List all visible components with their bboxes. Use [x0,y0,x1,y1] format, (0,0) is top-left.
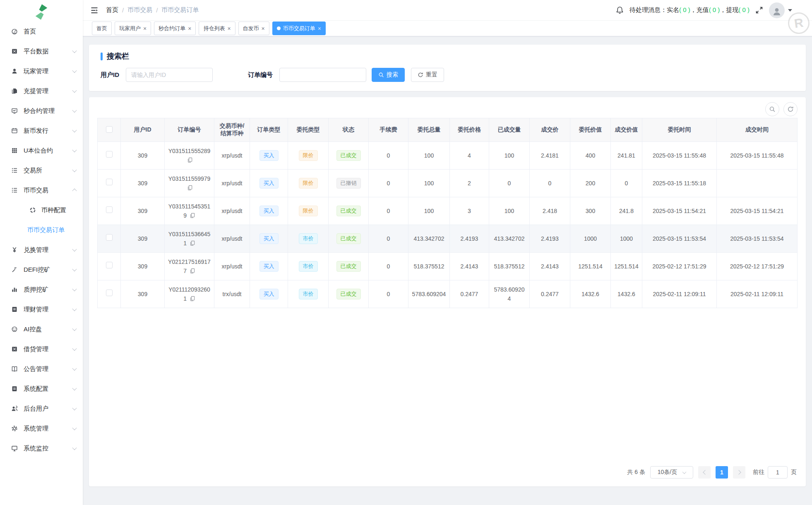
sidebar-item-7[interactable]: 交易所 [0,160,83,180]
copy-icon[interactable] [190,213,195,218]
user-id-input[interactable] [126,68,213,82]
orders-table: 用户ID订单编号交易币种/结算币种订单类型委托类型状态手续费委托总量委托价格已成… [97,118,798,308]
tab-1[interactable]: 玩家用户× [115,22,151,35]
search-button[interactable]: 搜索 [372,68,405,82]
table-refresh-icon[interactable] [783,102,798,116]
row-checkbox[interactable] [106,151,113,158]
cell-fee: 0 [369,197,408,225]
title-accent-bar [101,53,103,60]
sidebar-item-10[interactable]: DEFI挖矿 [0,260,83,280]
copy-icon[interactable] [187,157,193,163]
row-checkbox[interactable] [106,234,113,241]
table-row: 309Y0212175169177 xrp/usdt买入市价已成交0518.37… [98,253,798,280]
chevron-down-icon [72,326,77,331]
table-search-icon[interactable] [765,102,779,116]
column-header: 委托总量 [408,118,450,142]
row-checkbox[interactable] [106,179,113,185]
next-page-button[interactable] [733,466,745,479]
tab-close-icon[interactable]: × [143,26,147,31]
entrust-type-tag: 市价 [299,289,318,299]
tab-0[interactable]: 首页 [92,22,112,35]
tab-label: 持仓列表 [203,22,225,35]
sidebar-item-16[interactable]: 系统配置 [0,379,83,399]
column-header: 委托时间 [642,118,717,142]
sidebar-subitem-8-1[interactable]: 币币交易订单 [0,220,83,240]
cell-entrust-value: 1000 [570,225,611,253]
row-checkbox[interactable] [106,290,113,296]
chevron-up-icon [72,189,77,193]
sidebar-subitem-8-0[interactable]: 币种配置 [0,200,83,220]
sidebar-item-19[interactable]: 系统监控 [0,438,83,458]
select-all-checkbox[interactable] [106,126,113,133]
breadcrumb-item-0[interactable]: 首页 [106,6,118,14]
tab-close-icon[interactable]: × [188,26,191,31]
cell-status: 已成交 [329,197,369,225]
row-checkbox[interactable] [106,206,113,213]
cell-user-id: 309 [121,253,165,280]
tab-label: 秒合约订单 [159,22,185,35]
goto-page-input[interactable] [768,466,788,479]
fullscreen-icon[interactable] [755,6,763,14]
tab-2[interactable]: 秒合约订单× [154,22,196,35]
sidebar-item-14[interactable]: 借贷管理 [0,339,83,359]
tab-close-icon[interactable]: × [262,26,265,31]
cell-order-type: 买入 [250,280,288,308]
tab-close-icon[interactable]: × [227,26,231,31]
app-logo[interactable] [0,0,83,21]
cell-deal-value: 241.8 [611,197,642,225]
tab-4[interactable]: 自发币× [238,22,269,35]
pending-count: ( 0 ) [709,6,720,13]
system-manage-icon [11,425,18,432]
tab-5[interactable]: 币币交易订单× [272,22,326,35]
tab-close-icon[interactable]: × [318,26,321,31]
chevron-down-icon [72,306,77,311]
sidebar-item-12[interactable]: 理财管理 [0,299,83,319]
sidebar-item-4[interactable]: 秒合约管理 [0,101,83,121]
sidebar-item-8[interactable]: 币币交易 [0,180,83,200]
sidebar-item-15[interactable]: 公告管理 [0,359,83,379]
order-no-input[interactable] [279,68,366,82]
cell-entrust-type: 限价 [288,170,329,197]
row-checkbox[interactable] [106,262,113,268]
tab-3[interactable]: 持仓列表× [199,22,235,35]
prev-page-button[interactable] [698,466,711,479]
copy-icon[interactable] [190,240,195,246]
sidebar-item-11[interactable]: 质押挖矿 [0,280,83,299]
reset-button[interactable]: 重置 [411,68,444,82]
cell-status: 已成交 [329,142,369,170]
cell-deal-value: 1000 [611,225,642,253]
cell-pair: xrp/usdt [214,197,250,225]
page-number-1[interactable]: 1 [716,466,728,479]
sidebar-item-label: 首页 [24,28,76,36]
table-row: 309Y0211120932601 trx/usdt买入市价已成交05783.6… [98,280,798,308]
sidebar-item-6[interactable]: U本位合约 [0,141,83,160]
copy-icon[interactable] [190,268,195,274]
sidebar-item-1[interactable]: 平台数据 [0,41,83,61]
sidebar-toggle-icon[interactable] [90,6,99,15]
page-size-select[interactable]: 10条/页 [650,466,693,479]
copy-icon[interactable] [187,185,193,191]
sidebar-item-9[interactable]: 兑换管理 [0,240,83,260]
sidebar-item-13[interactable]: AI控盘 [0,319,83,339]
sidebar-item-3[interactable]: 充提管理 [0,81,83,101]
sidebar-item-0[interactable]: 首页 [0,22,83,41]
cell-status: 已成交 [329,280,369,308]
pagination-total: 共 6 条 [627,469,645,476]
cell-price: 0.2477 [450,280,489,308]
bell-icon[interactable] [616,6,624,14]
staking-mining-icon [11,286,18,293]
sidebar-item-5[interactable]: 新币发行 [0,121,83,141]
order-no-label: 订单编号 [248,71,273,79]
sidebar-item-18[interactable]: 系统管理 [0,419,83,438]
sidebar-item-17[interactable]: 后台用户 [0,399,83,419]
chevron-down-icon [72,287,77,291]
user-avatar-icon[interactable] [769,2,785,18]
cell-pair: xrp/usdt [214,170,250,197]
copy-icon[interactable] [190,296,195,302]
breadcrumb-item-1[interactable]: 币币交易 [127,6,152,14]
user-menu-caret-icon[interactable] [788,9,792,12]
sidebar-item-2[interactable]: 玩家管理 [0,61,83,81]
entrust-type-tag: 限价 [299,206,318,216]
new-coin-icon [11,127,18,134]
tab-label: 自发币 [243,22,259,35]
